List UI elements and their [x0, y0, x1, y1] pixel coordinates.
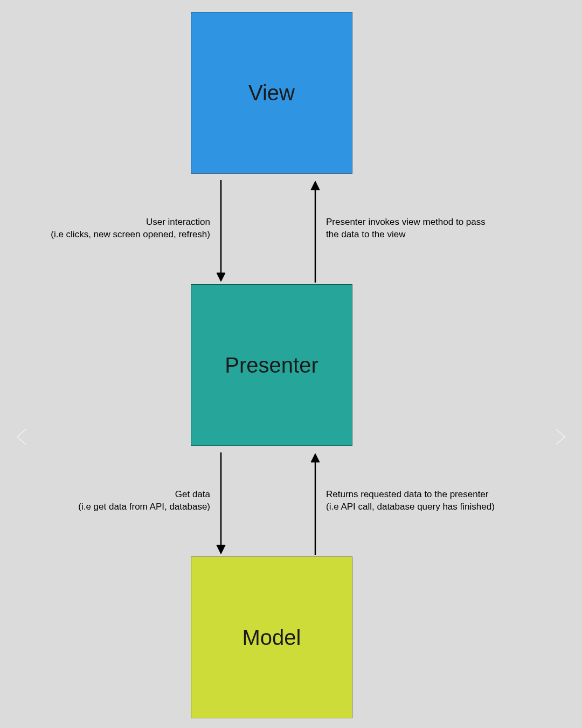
- label-presenter-to-model-subtitle: (i.e get data from API, database): [22, 501, 210, 513]
- label-presenter-to-view-subtitle: the data to the view: [326, 229, 531, 241]
- presenter-box: Presenter: [191, 284, 352, 446]
- label-view-to-presenter-subtitle: (i.e clicks, new screen opened, refresh): [22, 229, 210, 241]
- view-label: View: [248, 81, 295, 105]
- label-presenter-to-model-title: Get data: [22, 489, 210, 501]
- svg-marker-3: [311, 181, 320, 190]
- arrow-view-to-presenter-icon: [216, 180, 226, 283]
- label-model-to-presenter-subtitle: (i.e API call, database query has finish…: [326, 501, 558, 513]
- label-model-to-presenter: Returns requested data to the presenter …: [326, 489, 558, 513]
- model-label: Model: [242, 626, 301, 650]
- svg-marker-5: [217, 545, 225, 554]
- next-slide-icon[interactable]: [549, 426, 570, 448]
- label-presenter-to-model: Get data (i.e get data from API, databas…: [22, 489, 210, 513]
- arrow-presenter-to-model-icon: [216, 452, 226, 555]
- svg-marker-1: [217, 273, 225, 281]
- label-presenter-to-view: Presenter invokes view method to pass th…: [326, 216, 531, 241]
- label-model-to-presenter-title: Returns requested data to the presenter: [326, 489, 558, 501]
- label-view-to-presenter: User interaction (i.e clicks, new screen…: [22, 216, 210, 241]
- model-box: Model: [191, 557, 352, 718]
- label-view-to-presenter-title: User interaction: [22, 216, 210, 229]
- presenter-label: Presenter: [225, 353, 318, 377]
- view-box: View: [191, 12, 352, 174]
- label-presenter-to-view-title: Presenter invokes view method to pass: [326, 216, 531, 229]
- arrow-presenter-to-view-icon: [310, 180, 321, 283]
- prev-slide-icon[interactable]: [12, 426, 33, 448]
- arrow-model-to-presenter-icon: [310, 452, 321, 555]
- svg-marker-7: [311, 454, 320, 462]
